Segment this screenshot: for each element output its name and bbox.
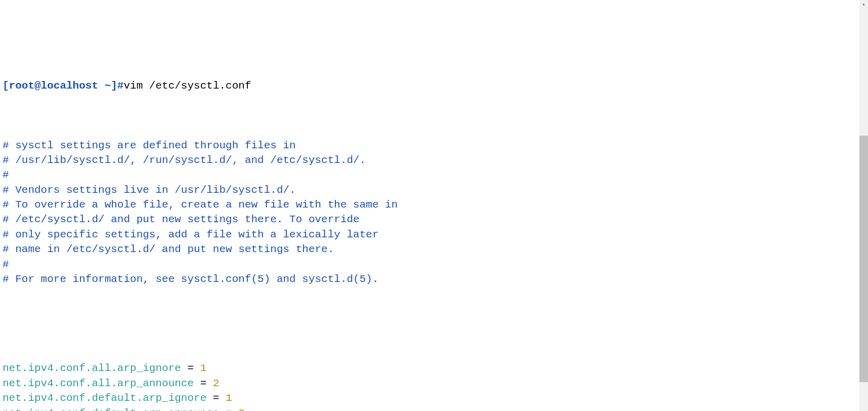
blank-line [3, 332, 865, 346]
sysctl-setting-line: net.ipv4.conf.default.arp_announce = 2 [3, 406, 865, 411]
scrollbar-thumb[interactable] [859, 136, 868, 382]
scrollbar[interactable]: ▴ [859, 0, 868, 411]
comment-line: # [3, 257, 865, 272]
sysctl-key: net.ipv4.conf.all.arp_announce [3, 378, 194, 389]
command-text: vim /etc/sysctl.conf [123, 80, 251, 92]
scrollbar-up-arrow[interactable]: ▴ [859, 0, 868, 9]
sysctl-key: net.ipv4.conf.default.arp_ignore [3, 392, 206, 404]
terminal-content[interactable]: [root@localhost ~]#vim /etc/sysctl.conf … [3, 64, 865, 411]
equals-sign: = [219, 407, 238, 411]
comment-line: # To override a whole file, create a new… [3, 197, 865, 212]
sysctl-value: 2 [213, 378, 220, 389]
sysctl-key: net.ipv4.conf.all.arp_ignore [3, 362, 181, 374]
equals-sign: = [181, 362, 200, 374]
sysctl-value: 2 [238, 407, 245, 411]
comment-line: # /etc/sysctl.d/ and put new settings th… [3, 212, 865, 227]
comment-line: # Vendors settings live in /usr/lib/sysc… [3, 183, 865, 197]
comment-block: # sysctl settings are defined through fi… [3, 138, 865, 287]
sysctl-value: 1 [200, 362, 207, 374]
sysctl-value: 1 [226, 392, 232, 404]
equals-sign: = [194, 378, 213, 389]
sysctl-key: net.ipv4.conf.default.arp_announce [3, 407, 219, 411]
equals-sign: = [206, 392, 226, 404]
prompt-user-host: [root@localhost ~] [3, 80, 117, 92]
comment-line: # sysctl settings are defined through fi… [3, 138, 865, 153]
blank-line [3, 108, 865, 123]
comment-line: # only specific settings, add a file wit… [3, 227, 865, 242]
comment-line: # name in /etc/sysctl.d/ and put new set… [3, 242, 865, 257]
settings-block: net.ipv4.conf.all.arp_ignore = 1net.ipv4… [3, 361, 865, 411]
prompt-hash: # [117, 80, 124, 92]
sysctl-setting-line: net.ipv4.conf.all.arp_ignore = 1 [3, 361, 865, 376]
sysctl-setting-line: net.ipv4.conf.default.arp_ignore = 1 [3, 391, 865, 405]
blank-line [3, 302, 865, 316]
comment-line: # For more information, see sysctl.conf(… [3, 272, 865, 286]
comment-line: # [3, 168, 865, 182]
prompt-line: [root@localhost ~]#vim /etc/sysctl.conf [3, 78, 865, 93]
comment-line: # /usr/lib/sysctl.d/, /run/sysctl.d/, an… [3, 153, 865, 168]
sysctl-setting-line: net.ipv4.conf.all.arp_announce = 2 [3, 376, 865, 391]
